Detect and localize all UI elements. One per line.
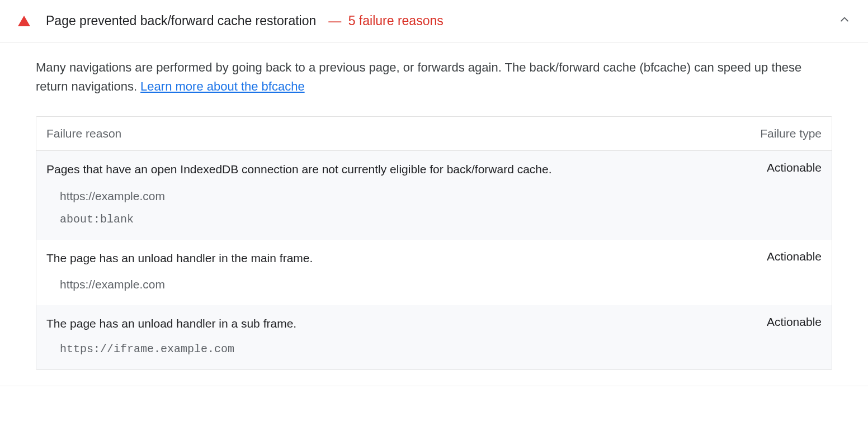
table-row: Pages that have an open IndexedDB connec…: [36, 151, 832, 240]
failure-type: Actionable: [732, 250, 822, 263]
chevron-up-icon[interactable]: [839, 14, 850, 28]
frame-url: https://example.com: [60, 188, 822, 204]
audit-header[interactable]: Page prevented back/forward cache restor…: [0, 0, 868, 42]
frame-url: https://iframe.example.com: [60, 342, 822, 357]
failure-table: Failure reason Failure type Pages that h…: [36, 116, 832, 370]
failure-reason: Pages that have an open IndexedDB connec…: [46, 161, 732, 177]
audit-description: Many navigations are performed by going …: [36, 58, 832, 96]
failure-reason: The page has an unload handler in a sub …: [46, 315, 732, 331]
dash-separator: —: [328, 13, 341, 28]
frame-list: https://example.com: [46, 276, 822, 292]
audit-body: Many navigations are performed by going …: [0, 42, 868, 386]
frame-url: about:blank: [60, 212, 822, 228]
table-row: The page has an unload handler in a sub …: [36, 305, 832, 369]
warning-triangle-icon: [18, 16, 30, 26]
table-row: The page has an unload handler in the ma…: [36, 240, 832, 305]
failure-type: Actionable: [732, 161, 822, 174]
audit-summary: — 5 failure reasons: [325, 13, 443, 29]
column-header-type: Failure type: [732, 127, 822, 140]
table-header: Failure reason Failure type: [36, 117, 832, 151]
failure-count: 5 failure reasons: [348, 13, 444, 28]
frame-url: https://example.com: [60, 276, 822, 292]
audit-title: Page prevented back/forward cache restor…: [46, 13, 316, 29]
frame-list: https://example.comabout:blank: [46, 188, 822, 228]
failure-reason: The page has an unload handler in the ma…: [46, 250, 732, 266]
column-header-reason: Failure reason: [46, 127, 732, 140]
failure-type: Actionable: [732, 315, 822, 329]
frame-list: https://iframe.example.com: [46, 342, 822, 357]
learn-more-link[interactable]: Learn more about the bfcache: [140, 79, 305, 93]
